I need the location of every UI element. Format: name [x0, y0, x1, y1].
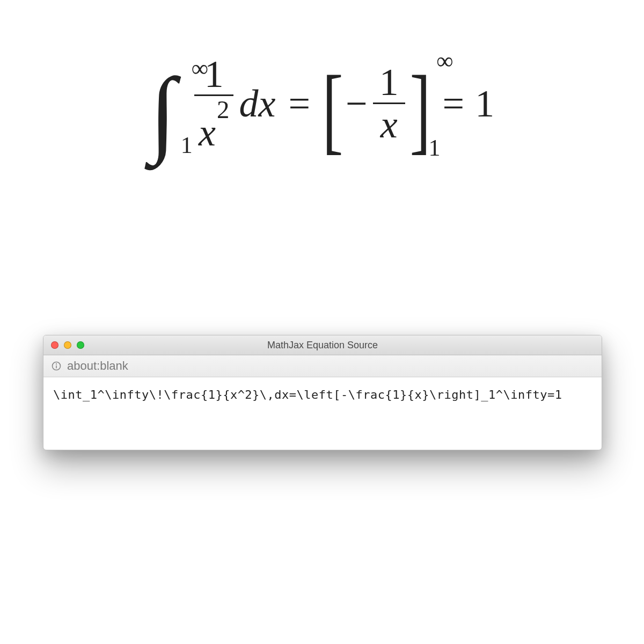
bracket-upper-limit: ∞	[436, 49, 453, 73]
denominator-exponent: 2	[217, 96, 229, 123]
integral-lower-limit: 1	[181, 134, 193, 157]
right-bracket-icon: ]	[409, 67, 430, 153]
fraction2-numerator: 1	[375, 62, 403, 103]
rendered-equation: ∫ ∞ 1 1 x2 dx = [ − 1 x ] ∞ 1 = 1	[0, 54, 644, 153]
svg-point-1	[56, 363, 57, 364]
left-bracket-icon: [	[323, 67, 343, 153]
integral: ∫ ∞ 1	[150, 62, 188, 144]
minimize-window-icon[interactable]	[64, 341, 71, 349]
equation-source-text[interactable]: \int_1^\infty\!\frac{1}{x^2}\,dx=\left[-…	[43, 377, 602, 450]
info-icon	[51, 361, 62, 371]
result-value: 1	[475, 84, 494, 123]
dialog-address-text: about:blank	[67, 359, 128, 373]
equals-sign-1: =	[288, 84, 310, 123]
close-window-icon[interactable]	[51, 341, 58, 349]
fraction2-denominator: x	[376, 104, 402, 145]
fraction-denominator: x2	[194, 96, 233, 153]
dialog-title: MathJax Equation Source	[43, 340, 602, 351]
equals-sign-2: =	[443, 84, 465, 123]
window-controls	[43, 341, 84, 349]
fraction-antiderivative: 1 x	[373, 62, 405, 145]
integral-sign-icon: ∫	[150, 71, 176, 153]
equation-body: ∫ ∞ 1 1 x2 dx = [ − 1 x ] ∞ 1 = 1	[147, 54, 497, 153]
equation-source-dialog: MathJax Equation Source about:blank \int…	[43, 335, 602, 450]
differential-dx: dx	[239, 84, 275, 123]
minus-sign: −	[346, 84, 368, 123]
dialog-titlebar[interactable]: MathJax Equation Source	[43, 335, 602, 355]
svg-rect-2	[56, 365, 57, 369]
denominator-base: x	[199, 111, 216, 154]
bracket-lower-limit: 1	[429, 136, 441, 160]
zoom-window-icon[interactable]	[77, 341, 84, 349]
evaluated-bracket: [ − 1 x ] ∞ 1	[321, 60, 432, 147]
dialog-address-bar: about:blank	[43, 355, 602, 377]
integral-upper-limit: ∞	[192, 57, 208, 80]
